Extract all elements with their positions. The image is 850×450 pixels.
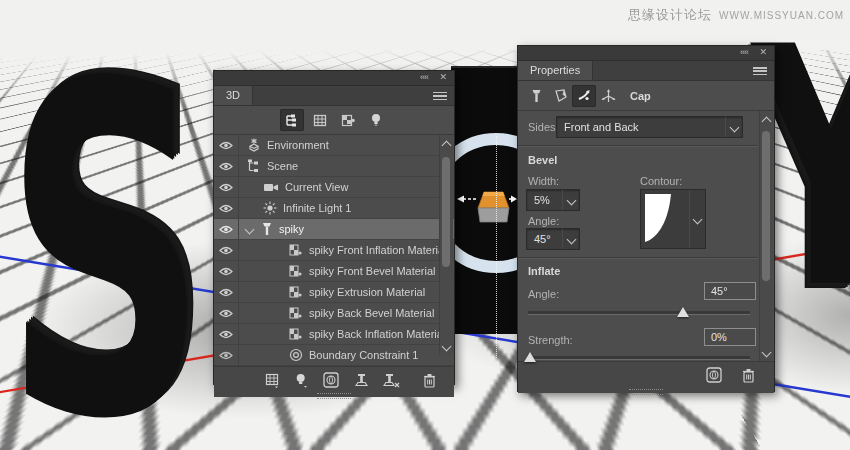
inflate-angle-value-box[interactable]: 45° [704, 282, 756, 300]
properties-panel-tabrow: Properties [518, 61, 774, 81]
bevel-width-field[interactable]: 5% [526, 189, 580, 211]
properties-panel-titlebar[interactable]: «« ✕ [518, 46, 774, 61]
inflate-strength-slider[interactable] [528, 356, 750, 360]
collapse-panel-icon[interactable]: «« [420, 72, 428, 82]
inflate-strength-value-box[interactable]: 0% [704, 328, 756, 346]
close-panel-icon[interactable]: ✕ [759, 47, 766, 57]
chevron-down-icon [566, 195, 576, 205]
bevel-angle-label: Angle: [528, 215, 559, 227]
tab-3d[interactable]: 3D [214, 86, 253, 105]
tree-row-infinite-light[interactable]: Infinite Light 1 [214, 198, 454, 219]
bevel-angle-handle[interactable] [478, 208, 509, 222]
3d-letter-s[interactable]: S [4, 26, 207, 450]
visibility-eye-icon[interactable] [214, 198, 239, 218]
scroll-up-icon[interactable] [442, 141, 452, 151]
scrollbar-thumb[interactable] [762, 131, 770, 281]
properties-panel: «« ✕ Properties Cap Sides: [517, 45, 775, 392]
scroll-down-icon[interactable] [762, 348, 772, 358]
tree-row-scene[interactable]: Scene [214, 156, 454, 177]
slider-thumb[interactable] [677, 307, 689, 317]
tree-row-material[interactable]: spiky Back Bevel Material [214, 303, 454, 324]
deform-properties-icon[interactable] [548, 85, 572, 107]
scroll-up-icon[interactable] [762, 117, 772, 127]
add-light-button[interactable] [289, 369, 313, 391]
collapse-panel-icon[interactable]: «« [740, 47, 748, 57]
visibility-eye-icon[interactable] [214, 324, 239, 344]
inflate-strength-label: Strength: [528, 334, 573, 346]
tree-row-material[interactable]: spiky Back Inflation Material [214, 324, 454, 345]
chevron-down-icon [729, 122, 739, 132]
tree-row-current-view[interactable]: Current View [214, 177, 454, 198]
expander-chevron-icon[interactable] [245, 224, 255, 234]
3d-panel-titlebar[interactable]: «« ✕ [214, 71, 454, 86]
visibility-eye-icon[interactable] [214, 261, 239, 281]
filter-meshes-icon[interactable] [308, 109, 332, 131]
tree-row-label: spiky Back Bevel Material [309, 307, 434, 319]
panel-menu-icon[interactable] [753, 67, 767, 75]
section-divider [518, 145, 758, 147]
3d-filter-bar [214, 106, 454, 135]
contour-picker[interactable] [640, 189, 706, 249]
cap-widget[interactable] [451, 66, 517, 366]
filter-lights-icon[interactable] [364, 109, 388, 131]
chevron-down-icon [693, 214, 703, 224]
visibility-eye-icon[interactable] [214, 177, 239, 197]
3d-panel: «« ✕ 3D E [213, 70, 455, 385]
tree-scrollbar[interactable] [439, 135, 453, 355]
tree-row-material[interactable]: spiky Extrusion Material [214, 282, 454, 303]
tree-row-boundary-constraint[interactable]: Boundary Constraint 1 [214, 345, 454, 366]
unpin-from-ground-button[interactable] [379, 369, 403, 391]
visibility-eye-icon[interactable] [214, 240, 239, 260]
visibility-eye-icon[interactable] [214, 282, 239, 302]
scene-icon [247, 159, 261, 173]
tree-row-label: spiky Extrusion Material [309, 286, 425, 298]
3d-panel-tabrow: 3D [214, 86, 454, 106]
pin-to-ground-button[interactable] [349, 369, 373, 391]
panel-menu-icon[interactable] [433, 92, 447, 100]
coordinates-properties-icon[interactable] [596, 85, 620, 107]
delete-button[interactable] [417, 369, 441, 391]
delete-button[interactable] [736, 364, 760, 386]
bevel-angle-field[interactable]: 45° [526, 228, 580, 250]
visibility-eye-icon[interactable] [214, 135, 239, 155]
add-mesh-button[interactable] [260, 369, 284, 391]
tree-row-spiky[interactable]: spiky [214, 219, 454, 240]
tab-properties[interactable]: Properties [518, 61, 593, 80]
properties-scrollbar[interactable] [759, 111, 773, 361]
cap-properties-icon[interactable] [572, 85, 596, 107]
tree-row-label: Scene [267, 160, 298, 172]
tree-row-material[interactable]: spiky Front Inflation Material [214, 240, 454, 261]
environment-settings-button[interactable] [702, 364, 726, 386]
environment-settings-button[interactable] [319, 369, 343, 391]
visibility-eye-icon[interactable] [214, 303, 239, 323]
inflate-angle-label: Angle: [528, 288, 559, 300]
mesh-properties-icon[interactable] [524, 85, 548, 107]
tree-row-label: Current View [285, 181, 348, 193]
filter-materials-icon[interactable] [336, 109, 360, 131]
tree-row-label: Infinite Light 1 [283, 202, 352, 214]
scroll-down-icon[interactable] [442, 342, 452, 352]
visibility-eye-icon[interactable] [214, 219, 239, 239]
close-panel-icon[interactable]: ✕ [439, 72, 446, 82]
tree-row-material[interactable]: spiky Front Bevel Material [214, 261, 454, 282]
camera-icon [263, 182, 279, 193]
properties-toolbar [518, 361, 774, 388]
bevel-handle-highlight [483, 192, 505, 196]
slider-thumb[interactable] [524, 352, 536, 362]
panel-resize-grip[interactable] [317, 393, 351, 399]
panel-resize-grip[interactable] [629, 389, 663, 395]
cap-widget-overlay[interactable] [451, 66, 517, 366]
scrollbar-thumb[interactable] [442, 157, 450, 267]
sides-dropdown[interactable]: Front and Back [556, 116, 743, 138]
inflate-angle-slider[interactable] [528, 311, 750, 315]
visibility-eye-icon[interactable] [214, 345, 239, 365]
filter-whole-scene-icon[interactable] [280, 109, 304, 131]
tree-row-label: Environment [267, 139, 329, 151]
material-icon [289, 328, 303, 341]
material-icon [289, 265, 303, 278]
tree-row-label: spiky Front Bevel Material [309, 265, 436, 277]
visibility-eye-icon[interactable] [214, 156, 239, 176]
tree-row-environment[interactable]: Environment [214, 135, 454, 156]
bevel-heading: Bevel [528, 154, 557, 166]
inflate-heading: Inflate [528, 265, 560, 277]
